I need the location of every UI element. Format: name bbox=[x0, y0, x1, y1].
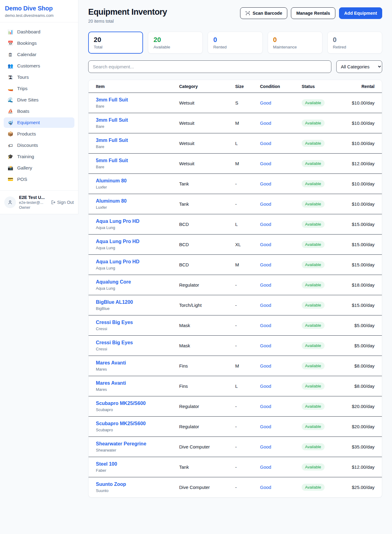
item-name-link[interactable]: Cressi Big Eyes bbox=[96, 320, 179, 325]
cell-size: - bbox=[235, 174, 260, 194]
table-row: Scubapro MK25/S600ScubaproRegulator-Good… bbox=[89, 417, 382, 437]
item-name-link[interactable]: 3mm Full Suit bbox=[96, 138, 179, 143]
sidebar-item-customers[interactable]: 👥Customers bbox=[4, 61, 74, 71]
condition-link[interactable]: Good bbox=[260, 444, 271, 449]
condition-link[interactable]: Good bbox=[260, 282, 271, 288]
column-header-condition: Condition bbox=[260, 80, 302, 93]
cell-condition: Good bbox=[260, 194, 302, 214]
stat-value: 0 bbox=[333, 36, 377, 44]
scan-barcode-button[interactable]: Scan Barcode bbox=[240, 7, 288, 19]
cell-category: Wetsuit bbox=[179, 93, 235, 113]
cell-rental: $15.00/day bbox=[346, 235, 382, 255]
cell-status: Available bbox=[302, 113, 346, 133]
sidebar-item-tours[interactable]: 🏝Tours bbox=[4, 72, 74, 82]
stat-card-rented[interactable]: 0Rented bbox=[208, 32, 262, 54]
sidebar-item-pos[interactable]: 💳POS bbox=[4, 174, 74, 185]
sign-out-icon bbox=[51, 200, 55, 205]
condition-link[interactable]: Good bbox=[260, 222, 271, 227]
condition-link[interactable]: Good bbox=[260, 303, 271, 308]
item-name-link[interactable]: Mares Avanti bbox=[96, 360, 179, 366]
condition-link[interactable]: Good bbox=[260, 363, 271, 368]
item-name-link[interactable]: Steel 100 bbox=[96, 461, 179, 467]
item-name-link[interactable]: Aluminum 80 bbox=[96, 198, 179, 204]
sidebar-item-trips[interactable]: 🚤Trips bbox=[4, 83, 74, 94]
condition-link[interactable]: Good bbox=[260, 424, 271, 429]
stat-card-maintenance[interactable]: 0Maintenance bbox=[268, 32, 322, 54]
search-input[interactable] bbox=[88, 60, 331, 73]
add-equipment-button[interactable]: Add Equipment bbox=[339, 7, 382, 19]
manage-rentals-label: Manage Rentals bbox=[296, 11, 330, 16]
sidebar-item-boats[interactable]: ⛵Boats bbox=[4, 106, 74, 116]
cell-item: Aluminum 80Luxfer bbox=[89, 194, 179, 214]
condition-link[interactable]: Good bbox=[260, 120, 271, 126]
people-icon: 👥 bbox=[7, 63, 13, 69]
item-name-link[interactable]: Aqua Lung Pro HD bbox=[96, 219, 179, 224]
sidebar-item-discounts[interactable]: 🏷Discounts bbox=[4, 140, 74, 151]
item-name-link[interactable]: Aluminum 80 bbox=[96, 178, 179, 184]
item-name-link[interactable]: BigBlue AL1200 bbox=[96, 299, 179, 305]
column-header-category: Category bbox=[179, 80, 235, 93]
cell-status: Available bbox=[302, 437, 346, 457]
item-brand: BigBlue bbox=[96, 306, 179, 311]
item-name-link[interactable]: Suunto Zoop bbox=[96, 482, 179, 487]
sidebar-item-label: Calendar bbox=[17, 52, 36, 57]
sidebar-item-dive-sites[interactable]: 🌊Dive Sites bbox=[4, 95, 74, 105]
cell-size: - bbox=[235, 437, 260, 457]
condition-link[interactable]: Good bbox=[260, 323, 271, 328]
cell-category: Torch/Light bbox=[179, 295, 235, 315]
condition-link[interactable]: Good bbox=[260, 201, 271, 207]
condition-link[interactable]: Good bbox=[260, 161, 271, 166]
cell-status: Available bbox=[302, 457, 346, 477]
condition-link[interactable]: Good bbox=[260, 181, 271, 186]
condition-link[interactable]: Good bbox=[260, 141, 271, 146]
stat-card-total[interactable]: 20Total bbox=[88, 32, 143, 54]
user-role: Owner bbox=[19, 205, 47, 210]
sidebar-item-bookings[interactable]: 📅Bookings bbox=[4, 38, 74, 48]
stat-card-available[interactable]: 20Available bbox=[148, 32, 203, 54]
condition-link[interactable]: Good bbox=[260, 464, 271, 470]
sign-out-label: Sign Out bbox=[57, 200, 74, 205]
condition-link[interactable]: Good bbox=[260, 343, 271, 348]
item-name-link[interactable]: Cressi Big Eyes bbox=[96, 340, 179, 345]
stat-value: 0 bbox=[273, 36, 317, 44]
item-name-link[interactable]: 3mm Full Suit bbox=[96, 117, 179, 123]
sidebar-item-products[interactable]: 📦Products bbox=[4, 129, 74, 139]
item-name-link[interactable]: 3mm Full Suit bbox=[96, 97, 179, 103]
page-title: Equipment Inventory bbox=[88, 7, 167, 17]
item-brand: Aqua Lung bbox=[96, 286, 179, 291]
item-brand: Bare bbox=[96, 104, 179, 109]
sidebar-item-training[interactable]: 🎓Training bbox=[4, 151, 74, 162]
condition-link[interactable]: Good bbox=[260, 404, 271, 409]
cell-rental: $35.00/day bbox=[346, 437, 382, 457]
manage-rentals-button[interactable]: Manage Rentals bbox=[291, 7, 335, 19]
cell-rental: $20.00/day bbox=[346, 417, 382, 437]
item-name-link[interactable]: Aqua Lung Pro HD bbox=[96, 239, 179, 244]
item-name-link[interactable]: Aqua Lung Pro HD bbox=[96, 259, 179, 265]
status-badge: Available bbox=[302, 322, 325, 329]
sidebar-item-equipment[interactable]: 🤿Equipment bbox=[4, 117, 74, 128]
condition-link[interactable]: Good bbox=[260, 100, 271, 105]
tear-off-calendar-icon: 🗓 bbox=[7, 52, 13, 57]
sign-out-button[interactable]: Sign Out bbox=[51, 200, 74, 205]
condition-link[interactable]: Good bbox=[260, 485, 271, 490]
status-badge: Available bbox=[302, 463, 325, 471]
stat-card-retired[interactable]: 0Retired bbox=[327, 32, 382, 54]
item-name-link[interactable]: Aqualung Core bbox=[96, 279, 179, 285]
cell-category: Regulator bbox=[179, 275, 235, 295]
cell-status: Available bbox=[302, 417, 346, 437]
condition-link[interactable]: Good bbox=[260, 262, 271, 267]
sidebar-item-dashboard[interactable]: 📊Dashboard bbox=[4, 27, 74, 37]
category-select[interactable]: All Categories bbox=[336, 60, 382, 73]
table-row: BigBlue AL1200BigBlueTorch/Light-GoodAva… bbox=[89, 295, 382, 315]
item-name-link[interactable]: 5mm Full Suit bbox=[96, 158, 179, 163]
condition-link[interactable]: Good bbox=[260, 383, 271, 389]
item-name-link[interactable]: Scubapro MK25/S600 bbox=[96, 401, 179, 406]
sidebar-item-calendar[interactable]: 🗓Calendar bbox=[4, 49, 74, 60]
item-name-link[interactable]: Shearwater Peregrine bbox=[96, 441, 179, 447]
item-name-link[interactable]: Scubapro MK25/S600 bbox=[96, 421, 179, 426]
condition-link[interactable]: Good bbox=[260, 242, 271, 247]
cell-status: Available bbox=[302, 396, 346, 417]
cell-status: Available bbox=[302, 174, 346, 194]
item-name-link[interactable]: Mares Avanti bbox=[96, 380, 179, 386]
sidebar-item-gallery[interactable]: 📸Gallery bbox=[4, 163, 74, 173]
